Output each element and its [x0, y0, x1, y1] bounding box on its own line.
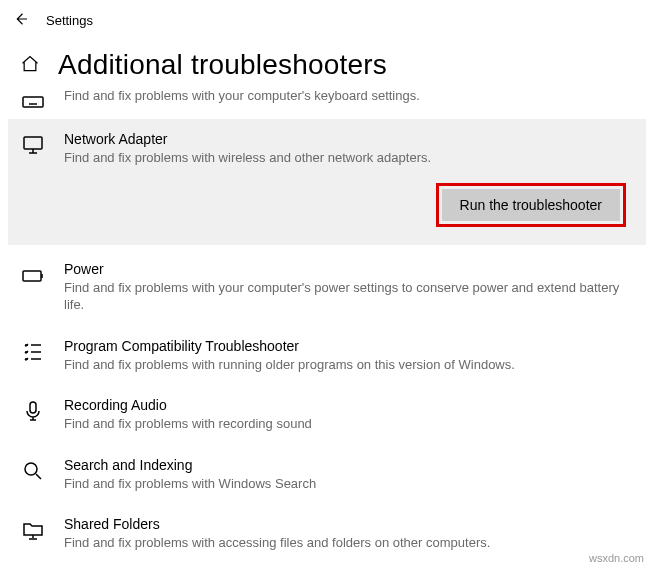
page-title: Additional troubleshooters — [58, 49, 387, 81]
home-icon[interactable] — [20, 54, 40, 77]
item-title: Program Compatibility Troubleshooter — [64, 338, 634, 354]
svg-rect-2 — [23, 271, 41, 281]
troubleshooter-item-search-indexing[interactable]: Search and Indexing Find and fix problem… — [8, 445, 646, 505]
item-desc: Find and fix problems with accessing fil… — [64, 534, 634, 552]
folder-network-icon — [20, 518, 46, 542]
item-desc: Find and fix problems with running older… — [64, 356, 634, 374]
troubleshooter-item-program-compatibility[interactable]: Program Compatibility Troubleshooter Fin… — [8, 326, 646, 386]
microphone-icon — [20, 399, 46, 423]
svg-point-4 — [25, 463, 37, 475]
highlight-box: Run the troubleshooter — [436, 183, 626, 227]
item-title: Recording Audio — [64, 397, 634, 413]
svg-rect-0 — [23, 97, 43, 107]
item-title: Search and Indexing — [64, 457, 634, 473]
item-desc: Find and fix problems with recording sou… — [64, 415, 634, 433]
app-title: Settings — [46, 13, 93, 28]
run-troubleshooter-button[interactable]: Run the troubleshooter — [442, 189, 620, 221]
item-desc: Find and fix problems with your computer… — [64, 87, 634, 105]
troubleshooter-item-shared-folders[interactable]: Shared Folders Find and fix problems wit… — [8, 504, 646, 564]
troubleshooter-item-keyboard-partial[interactable]: Find and fix problems with your computer… — [8, 87, 646, 119]
watermark: wsxdn.com — [589, 552, 644, 564]
back-icon[interactable] — [12, 10, 30, 31]
item-title: Power — [64, 261, 634, 277]
svg-rect-1 — [24, 137, 42, 149]
item-desc: Find and fix problems with Windows Searc… — [64, 475, 634, 493]
page-title-row: Additional troubleshooters — [8, 39, 646, 87]
item-desc: Find and fix problems with your computer… — [64, 279, 634, 314]
item-title: Network Adapter — [64, 131, 634, 147]
item-title: Shared Folders — [64, 516, 634, 532]
battery-icon — [20, 263, 46, 287]
monitor-icon — [20, 133, 46, 157]
keyboard-icon — [20, 89, 46, 113]
checklist-icon — [20, 340, 46, 364]
svg-rect-3 — [30, 402, 36, 413]
troubleshooter-item-network-adapter[interactable]: Network Adapter Find and fix problems wi… — [8, 119, 646, 245]
troubleshooter-item-power[interactable]: Power Find and fix problems with your co… — [8, 249, 646, 326]
item-desc: Find and fix problems with wireless and … — [64, 149, 634, 167]
header-bar: Settings — [0, 0, 654, 39]
search-icon — [20, 459, 46, 483]
troubleshooter-item-recording-audio[interactable]: Recording Audio Find and fix problems wi… — [8, 385, 646, 445]
